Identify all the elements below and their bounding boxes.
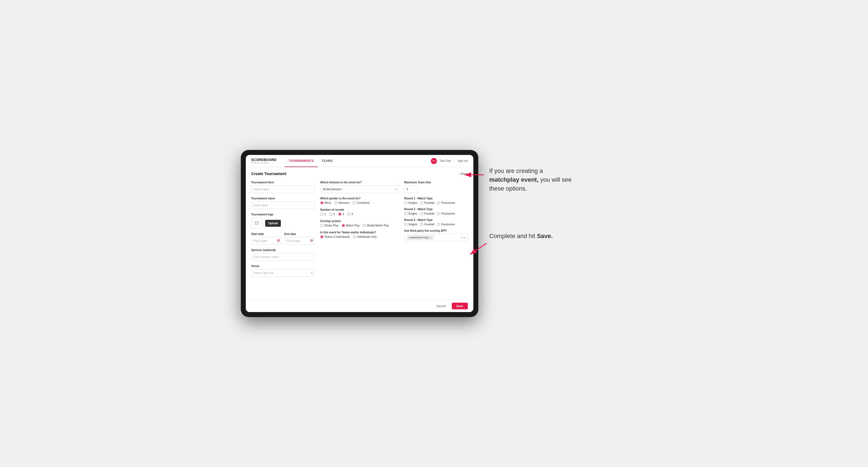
- nav-tabs: TOURNAMENTS TEAMS: [285, 155, 337, 167]
- round3-singles-label: Singles: [408, 223, 417, 226]
- svg-line-3: [470, 243, 487, 254]
- round3-radios: Singles Fourball Foursomes: [404, 223, 468, 226]
- rounds-4-radio[interactable]: [347, 213, 350, 216]
- individuals-option[interactable]: Individuals Only: [353, 235, 377, 238]
- image-icon: 🖼: [255, 221, 259, 226]
- division-select[interactable]: NCAA Division I: [320, 185, 399, 193]
- api-clear-icon[interactable]: ✕ ▾: [461, 236, 465, 239]
- content-area: Create Tournament ‹ Back Tournament Host: [246, 167, 473, 300]
- division-group: Which division is the event for? NCAA Di…: [320, 181, 399, 193]
- round3-singles-radio[interactable]: [404, 223, 407, 226]
- upload-button[interactable]: Upload: [265, 220, 281, 227]
- round1-fourball[interactable]: Fourball: [420, 201, 434, 205]
- rounds-1[interactable]: 1: [320, 213, 326, 216]
- rounds-3-label: 3: [342, 213, 344, 216]
- round2-singles-label: Singles: [408, 212, 417, 215]
- round3-fourball[interactable]: Fourball: [420, 223, 434, 226]
- round2-singles[interactable]: Singles: [404, 212, 417, 215]
- start-date-input[interactable]: [251, 237, 282, 245]
- scoring-medal-radio[interactable]: [363, 224, 366, 227]
- round3-foursomes-radio[interactable]: [437, 223, 440, 226]
- round3-foursomes[interactable]: Foursomes: [437, 223, 455, 226]
- rounds-4-label: 4: [351, 213, 353, 216]
- round3-singles[interactable]: Singles: [404, 223, 417, 226]
- teams-option[interactable]: Teams (+Individuals): [320, 235, 350, 238]
- max-team-size-input[interactable]: [404, 185, 418, 193]
- round1-singles-radio[interactable]: [404, 201, 407, 205]
- round1-radios: Singles Fourball Foursomes: [404, 201, 468, 205]
- venue-label: Venue: [251, 264, 315, 268]
- pipe-separator: |: [454, 159, 455, 162]
- teams-radio[interactable]: [320, 235, 323, 238]
- rounds-1-label: 1: [324, 213, 326, 216]
- venue-input[interactable]: [251, 269, 315, 277]
- round1-label: Round 1 - Match Type: [404, 197, 468, 200]
- sponsor-input[interactable]: [251, 253, 315, 261]
- logo-placeholder: 🖼: [251, 218, 262, 229]
- end-date-input[interactable]: [284, 237, 315, 245]
- tablet-screen: SCOREBOARD Powered by clippit TOURNAMENT…: [246, 155, 473, 312]
- max-team-size-group: Maximum Team Size: [404, 181, 468, 193]
- scoring-stroke-radio[interactable]: [320, 224, 323, 227]
- tournament-logo-group: Tournament logo 🖼 Upload: [251, 213, 315, 229]
- scoring-match-radio[interactable]: [342, 224, 345, 227]
- rounds-label: Number of rounds: [320, 208, 399, 211]
- round2-singles-radio[interactable]: [404, 212, 407, 215]
- round1-singles[interactable]: Singles: [404, 201, 417, 205]
- api-input-box[interactable]: Leaderboard King ✕ ✕ ▾: [404, 234, 468, 241]
- cancel-button[interactable]: Cancel: [433, 303, 449, 309]
- tab-teams[interactable]: TEAMS: [318, 155, 337, 167]
- scoring-medal[interactable]: Medal Match Play: [363, 224, 389, 227]
- signout-link[interactable]: Sign out: [458, 159, 468, 162]
- rounds-1-radio[interactable]: [320, 213, 323, 216]
- scoring-stroke[interactable]: Stroke Play: [320, 224, 339, 227]
- gender-combined[interactable]: Combined: [353, 201, 370, 205]
- round2-foursomes[interactable]: Foursomes: [437, 212, 455, 215]
- round3-fourball-radio[interactable]: [420, 223, 423, 226]
- app-logo: SCOREBOARD: [251, 158, 277, 162]
- teams-individuals-group: Is this event for Teams and/or Individua…: [320, 231, 399, 238]
- end-date-group: End date: [284, 232, 315, 245]
- round1-fourball-label: Fourball: [424, 201, 434, 205]
- gender-womens-radio[interactable]: [335, 201, 338, 205]
- round2-match-type: Round 2 - Match Type Singles Fourball: [404, 208, 468, 215]
- rounds-4[interactable]: 4: [347, 213, 353, 216]
- form-columns: Tournament Host Tournament name Tourname…: [251, 181, 468, 281]
- individuals-radio[interactable]: [353, 235, 356, 238]
- round3-foursomes-label: Foursomes: [441, 223, 455, 226]
- tablet-device: SCOREBOARD Powered by clippit TOURNAMENT…: [241, 150, 478, 317]
- page-wrapper: SCOREBOARD Powered by clippit TOURNAMENT…: [241, 150, 627, 317]
- scoring-group: Scoring system Stroke Play Match Play: [320, 220, 399, 227]
- gender-womens[interactable]: Womens: [335, 201, 349, 205]
- round2-label: Round 2 - Match Type: [404, 208, 468, 211]
- rounds-3[interactable]: 3: [338, 213, 344, 216]
- gender-mens-radio[interactable]: [320, 201, 323, 205]
- tab-tournaments[interactable]: TOURNAMENTS: [285, 155, 318, 167]
- scoring-match[interactable]: Match Play: [342, 224, 360, 227]
- tournament-host-input[interactable]: [251, 185, 315, 193]
- save-button[interactable]: Save: [452, 303, 468, 309]
- round2-foursomes-radio[interactable]: [437, 212, 440, 215]
- annotations-panel: If you are creating a matchplay event, y…: [489, 150, 627, 241]
- gender-combined-label: Combined: [357, 201, 370, 205]
- round1-match-type: Round 1 - Match Type Singles Fourball: [404, 197, 468, 205]
- rounds-2[interactable]: 2: [329, 213, 335, 216]
- round1-foursomes-radio[interactable]: [437, 201, 440, 205]
- round1-foursomes[interactable]: Foursomes: [437, 201, 455, 205]
- tournament-name-input[interactable]: [251, 201, 315, 209]
- round2-fourball[interactable]: Fourball: [420, 212, 434, 215]
- division-select-wrapper: NCAA Division I: [320, 185, 399, 193]
- round1-fourball-radio[interactable]: [420, 201, 423, 205]
- logo-upload-area: 🖼 Upload: [251, 218, 315, 229]
- rounds-3-radio[interactable]: [338, 213, 341, 216]
- left-column: Tournament Host Tournament name Tourname…: [251, 181, 315, 281]
- round2-fourball-radio[interactable]: [420, 212, 423, 215]
- gender-combined-radio[interactable]: [353, 201, 356, 205]
- topbar: SCOREBOARD Powered by clippit TOURNAMENT…: [246, 155, 473, 167]
- round1-foursomes-label: Foursomes: [441, 201, 455, 205]
- api-tag-close[interactable]: ✕: [429, 236, 432, 239]
- rounds-2-radio[interactable]: [329, 213, 332, 216]
- gender-mens[interactable]: Mens: [320, 201, 331, 205]
- division-label: Which division is the event for?: [320, 181, 399, 184]
- sponsor-group: Sponsor (optional): [251, 249, 315, 261]
